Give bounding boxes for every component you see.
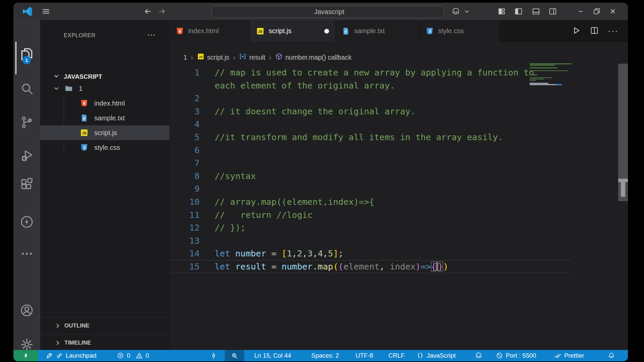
code-line[interactable]: 11// return //logic bbox=[169, 208, 571, 222]
js-icon: JS bbox=[197, 53, 205, 62]
minimap-line bbox=[530, 74, 537, 75]
run-button[interactable] bbox=[572, 26, 581, 37]
toggle-panel-button[interactable] bbox=[532, 3, 542, 20]
status-indentation[interactable]: Spaces: 2 bbox=[311, 350, 339, 361]
file-name: sample.txt bbox=[94, 114, 125, 122]
activity-item-run-debug[interactable] bbox=[13, 147, 40, 165]
account-icon bbox=[19, 303, 34, 319]
code-line[interactable]: 10// array.map((element,index)=>{ bbox=[169, 195, 571, 208]
activity-item-extensions[interactable] bbox=[13, 176, 40, 193]
code-line[interactable]: 9 bbox=[169, 182, 571, 195]
status-language[interactable]: JavaScript bbox=[417, 350, 455, 361]
tree-item-sample.txt[interactable]: sample.txt bbox=[40, 111, 169, 125]
modified-indicator[interactable] bbox=[324, 29, 329, 34]
back-button[interactable] bbox=[144, 3, 155, 20]
status-remote[interactable] bbox=[13, 350, 38, 361]
js-file-icon: JS bbox=[80, 128, 89, 137]
split-editor-button[interactable] bbox=[590, 26, 599, 37]
breadcrumb-item-4[interactable]: number.map() callback bbox=[275, 53, 352, 62]
toggle-primary-sidebar-button[interactable] bbox=[514, 3, 525, 20]
minimap[interactable] bbox=[530, 63, 572, 130]
tab-bar: 5index.htmlJSscript.jssample.txt3style.c… bbox=[169, 20, 628, 42]
activity-item-source-control[interactable] bbox=[13, 114, 40, 132]
tab-index.html[interactable]: 5index.html bbox=[169, 20, 250, 42]
activity-item-accounts[interactable] bbox=[13, 302, 40, 320]
status-cursor-position[interactable]: Ln 15, Col 44 bbox=[254, 350, 291, 361]
status-copilot[interactable] bbox=[475, 350, 482, 361]
status-port[interactable]: Port : 5500 bbox=[496, 350, 536, 361]
activity-item-more[interactable] bbox=[13, 246, 40, 263]
status-errors[interactable]: 0 bbox=[117, 350, 130, 361]
close-button[interactable]: × bbox=[608, 3, 618, 20]
breadcrumb-item-3[interactable]: result bbox=[239, 53, 265, 62]
line-number: 9 bbox=[169, 182, 200, 195]
status-eol[interactable]: CRLF bbox=[388, 350, 405, 361]
code-line[interactable]: 6 bbox=[169, 144, 571, 157]
code-line[interactable]: 7 bbox=[169, 157, 571, 170]
copilot-icon[interactable] bbox=[451, 3, 463, 20]
code-line[interactable]: 14let number = [1,2,3,4,5]; bbox=[169, 247, 571, 260]
breadcrumb-item-2[interactable]: JSscript.js bbox=[197, 53, 229, 62]
line-number: 3 bbox=[169, 105, 200, 118]
tree-item-style.css[interactable]: 3style.css bbox=[40, 140, 169, 155]
code-line[interactable]: 4 bbox=[169, 118, 571, 131]
breadcrumb-item-1[interactable]: 1 bbox=[183, 54, 187, 61]
toggle-secondary-sidebar-button[interactable] bbox=[548, 3, 560, 20]
status-encoding[interactable]: UTF-8 bbox=[356, 350, 373, 361]
tree-item-index.html[interactable]: 5index.html bbox=[40, 96, 169, 111]
line-number: 13 bbox=[169, 234, 200, 247]
code-line[interactable]: 13 bbox=[169, 234, 571, 247]
line-number: 4 bbox=[169, 118, 200, 131]
status-notifications[interactable] bbox=[608, 350, 615, 361]
minimap-line bbox=[530, 77, 552, 78]
svg-text:JS: JS bbox=[199, 55, 203, 59]
tab-sample.txt[interactable]: sample.txt bbox=[335, 20, 419, 42]
restore-button[interactable] bbox=[592, 3, 602, 20]
sidebar-panel-outline[interactable]: OUTLINE bbox=[40, 317, 169, 334]
code-line[interactable]: 3// it doesnt change the original array. bbox=[169, 105, 571, 118]
tree-item-script.js[interactable]: JSscript.js bbox=[40, 125, 169, 140]
scrollbar-handle-stem[interactable] bbox=[621, 182, 625, 197]
code-line[interactable]: 5//it transform and modify all items in … bbox=[169, 131, 571, 144]
explorer-sidebar: EXPLORER ⋯ JAVASCRIPT 15index.htmlsample… bbox=[40, 20, 170, 350]
minimize-button[interactable]: − bbox=[576, 3, 586, 20]
code-line-current[interactable]: 15let result = number.map((element, inde… bbox=[169, 260, 571, 273]
code-line[interactable]: each element of the original array. bbox=[169, 79, 571, 92]
chevron-down-icon[interactable] bbox=[464, 3, 470, 20]
status-bar: Launchpad00Ln 15, Col 44Spaces: 2UTF-8CR… bbox=[13, 350, 628, 361]
breadcrumb-separator: › bbox=[191, 54, 193, 61]
code-editor[interactable]: 1// map is used to create a new array by… bbox=[169, 66, 571, 273]
minimap-line bbox=[530, 67, 557, 68]
code-line[interactable]: 12// }); bbox=[169, 221, 571, 234]
code-line[interactable]: 1// map is used to create a new array by… bbox=[169, 66, 571, 79]
error-icon bbox=[117, 352, 124, 359]
menu-hamburger-icon[interactable] bbox=[42, 3, 52, 20]
status-warnings[interactable]: 0 bbox=[136, 350, 149, 361]
minimap-line bbox=[530, 70, 568, 71]
sidebar-more-actions-button[interactable]: ⋯ bbox=[147, 30, 156, 40]
status-focus[interactable] bbox=[210, 350, 217, 361]
customize-layout-button[interactable] bbox=[497, 3, 508, 20]
tab-style.css[interactable]: 3style.css bbox=[419, 20, 500, 42]
double-check-icon bbox=[554, 352, 561, 359]
activity-item-explorer[interactable]: 1 bbox=[13, 46, 40, 64]
tree-item-1[interactable]: 1 bbox=[40, 81, 169, 96]
status-launchpad[interactable]: Launchpad bbox=[46, 350, 97, 361]
svg-text:JS: JS bbox=[258, 29, 263, 34]
code-line[interactable]: 8//syntax bbox=[169, 170, 571, 183]
warning-icon bbox=[136, 352, 143, 359]
scrollbar-handle[interactable] bbox=[618, 179, 628, 182]
activity-item-thunder-client[interactable] bbox=[13, 214, 40, 231]
tab-script.js[interactable]: JSscript.js bbox=[250, 20, 335, 42]
status-zoom[interactable] bbox=[225, 350, 244, 361]
code-line[interactable]: 2 bbox=[169, 92, 571, 105]
more-actions-button[interactable]: ··· bbox=[608, 26, 619, 36]
chevron-down-icon bbox=[53, 85, 60, 92]
activity-item-search[interactable] bbox=[13, 80, 40, 98]
status-prettier[interactable]: Prettier bbox=[554, 350, 584, 361]
forward-button[interactable] bbox=[158, 3, 169, 20]
line-number: 14 bbox=[169, 247, 200, 260]
sidebar-panel-timeline[interactable]: TIMELINE bbox=[40, 334, 169, 351]
editor-scrollbar[interactable] bbox=[618, 20, 628, 350]
command-center-search[interactable]: Javascript bbox=[211, 6, 444, 18]
